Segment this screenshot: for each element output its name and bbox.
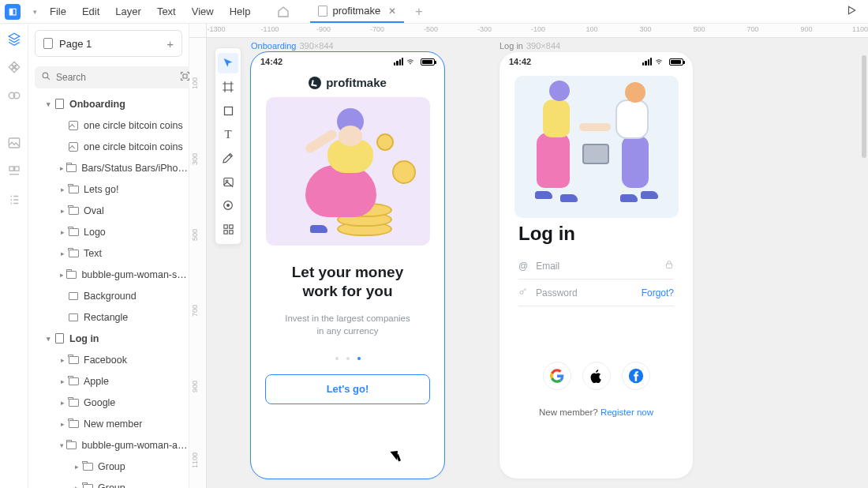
svg-rect-2: [9, 138, 20, 148]
layer-row[interactable]: ▸Text: [28, 242, 189, 264]
status-indicators: [394, 58, 435, 66]
status-time: 14:42: [260, 57, 282, 66]
brand-logo: profitmake: [251, 76, 444, 89]
forgot-link[interactable]: Forgot?: [642, 287, 674, 298]
new-member-text: New member? Register now: [499, 407, 693, 417]
search-icon: [41, 71, 51, 84]
layer-row[interactable]: Background: [28, 285, 189, 306]
ruler-vertical: 1003005007009001100: [189, 38, 207, 488]
page-icon: [43, 38, 53, 49]
artboard-onboarding[interactable]: 14:42 profitmake: [251, 52, 444, 479]
document-tab-label: profitmake: [332, 5, 380, 17]
page-selector[interactable]: Page 1 +: [35, 30, 182, 57]
text-tool-icon[interactable]: T: [218, 124, 238, 145]
svg-rect-8: [223, 178, 232, 186]
register-link[interactable]: Register now: [600, 407, 653, 417]
add-page-icon[interactable]: +: [166, 37, 174, 51]
grid-tool-icon[interactable]: [218, 219, 238, 239]
layer-row[interactable]: ▸Group: [28, 477, 189, 488]
artboard-label-onboarding[interactable]: Onboarding390×844: [251, 41, 334, 51]
layer-row[interactable]: ▸Google: [28, 392, 189, 413]
wifi-icon: [653, 58, 664, 66]
layer-row[interactable]: ▸New member: [28, 413, 189, 434]
svg-rect-6: [183, 74, 187, 78]
onboarding-subtext: Invest in the largest companiesin any cu…: [251, 312, 444, 338]
menu-help[interactable]: Help: [222, 2, 259, 21]
image-tool-icon[interactable]: [218, 171, 238, 192]
search-input[interactable]: [56, 72, 174, 83]
document-tab[interactable]: profitmake ✕: [310, 1, 404, 23]
target-tool-icon[interactable]: [218, 195, 238, 216]
svg-rect-14: [223, 230, 226, 233]
lets-go-button[interactable]: Let's go!: [265, 374, 430, 404]
layer-row[interactable]: ▸Bars/Status Bars/iPhone/Lig...: [28, 157, 189, 178]
apple-login-button[interactable]: [582, 362, 611, 390]
menu-view[interactable]: View: [184, 2, 222, 21]
app-logo[interactable]: ◧: [5, 4, 21, 20]
frame-tool-icon[interactable]: [218, 77, 238, 97]
svg-rect-12: [223, 224, 226, 227]
svg-rect-13: [229, 224, 232, 227]
svg-point-11: [227, 205, 230, 207]
facebook-login-button[interactable]: [622, 362, 650, 390]
move-tool-icon[interactable]: [218, 53, 238, 73]
layer-row[interactable]: ▾Onboarding: [28, 93, 189, 114]
layer-row[interactable]: ▸Apple: [28, 370, 189, 392]
onboarding-illustration: [266, 97, 430, 246]
close-icon[interactable]: ✕: [388, 6, 396, 17]
menu-file[interactable]: File: [42, 2, 74, 21]
layer-row[interactable]: one circle bitcoin coins: [28, 136, 189, 157]
search-box[interactable]: [35, 66, 197, 88]
layer-row[interactable]: Rectangle: [28, 306, 189, 328]
file-icon: [318, 6, 327, 17]
app-menu-caret[interactable]: ▾: [28, 8, 42, 16]
lock-icon: [664, 260, 674, 272]
canvas-scrollbar[interactable]: [862, 55, 866, 158]
artboard-label-login[interactable]: Log in390×844: [499, 41, 560, 51]
page-label: Page 1: [59, 38, 92, 50]
svg-point-5: [43, 73, 48, 78]
layer-row[interactable]: ▸Logo: [28, 221, 189, 242]
svg-rect-15: [229, 230, 232, 233]
layer-row[interactable]: one circle bitcoin coins: [28, 114, 189, 136]
signal-icon: [394, 58, 403, 66]
ruler-horizontal: -1300-1100-900-700-500-300-1001003005007…: [207, 24, 868, 38]
onboarding-headline: Let your moneywork for you: [251, 263, 444, 301]
rail-list-icon[interactable]: [6, 191, 23, 208]
status-indicators: [642, 58, 683, 66]
layer-row[interactable]: ▸Oval: [28, 200, 189, 221]
rail-assets-icon[interactable]: [6, 87, 23, 104]
wifi-icon: [405, 58, 416, 66]
page-dots: [251, 357, 444, 360]
layer-row[interactable]: ▸Lets go!: [28, 178, 189, 200]
layer-row[interactable]: ▸bubble-gum-woman-sits-on...: [28, 264, 189, 285]
svg-rect-4: [14, 167, 18, 171]
svg-rect-7: [224, 107, 232, 114]
rail-layers-icon[interactable]: [6, 30, 23, 47]
google-login-button[interactable]: [543, 362, 571, 390]
svg-rect-16: [667, 264, 672, 268]
password-field[interactable]: Password Forgot?: [518, 280, 674, 306]
home-tab-icon[interactable]: [272, 1, 294, 23]
key-icon: [518, 287, 528, 298]
battery-icon: [421, 58, 435, 66]
tools-panel: T: [215, 47, 241, 245]
layer-row[interactable]: ▾Log in: [28, 328, 189, 349]
email-field[interactable]: @ Email: [518, 253, 674, 280]
layer-row[interactable]: ▸Group: [28, 456, 189, 477]
new-tab-button[interactable]: +: [404, 5, 433, 19]
menu-layer[interactable]: Layer: [107, 2, 149, 21]
menu-text[interactable]: Text: [149, 2, 184, 21]
play-icon[interactable]: [846, 5, 863, 18]
layer-row[interactable]: ▾bubble-gum-woman-and-m...: [28, 434, 189, 456]
artboard-login[interactable]: 14:42 Log in @ Email: [499, 52, 693, 479]
rail-image-icon[interactable]: [6, 134, 23, 152]
rectangle-tool-icon[interactable]: [218, 100, 238, 121]
rail-styles-icon[interactable]: [6, 163, 23, 180]
at-icon: @: [518, 261, 528, 272]
pen-tool-icon[interactable]: [218, 148, 238, 168]
menu-edit[interactable]: Edit: [74, 2, 107, 21]
layer-row[interactable]: ▸Facebook: [28, 349, 189, 370]
login-illustration: [514, 76, 679, 218]
rail-components-icon[interactable]: [6, 58, 23, 76]
